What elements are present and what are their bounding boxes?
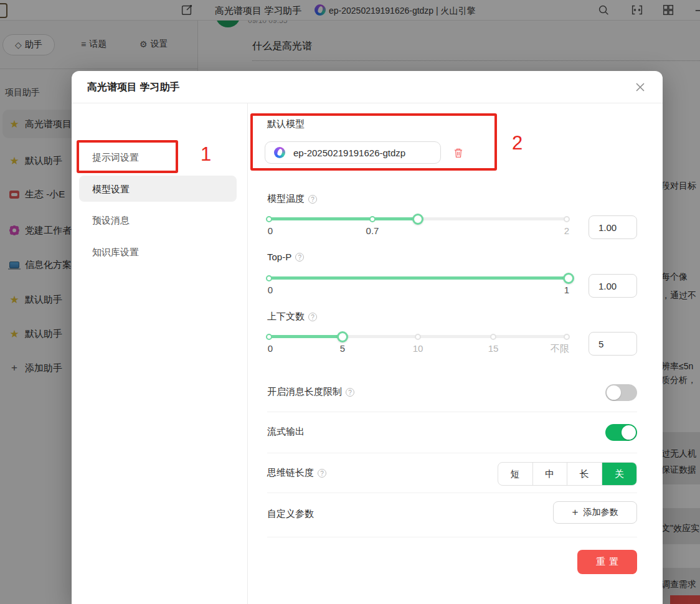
- context-count-slider[interactable]: 0 5 10 15 不限: [267, 335, 569, 338]
- annotation-box-2: [250, 113, 497, 171]
- temperature-input[interactable]: 1.00: [589, 215, 637, 239]
- annotation-label-2: 2: [512, 132, 523, 154]
- tab-model-settings[interactable]: 模型设置: [92, 184, 130, 196]
- annotation-box-1: [77, 140, 178, 173]
- divider: [267, 537, 637, 537]
- divider: [267, 412, 637, 412]
- dialog-title: 高光谱项目 学习助手: [87, 81, 179, 94]
- context-count-input[interactable]: 5: [589, 332, 637, 356]
- tab-knowledge-settings[interactable]: 知识库设置: [92, 247, 139, 258]
- slider-handle[interactable]: [412, 214, 423, 225]
- dialog-header: 高光谱项目 学习助手: [72, 71, 663, 103]
- top-p-slider[interactable]: 0 1: [267, 276, 569, 280]
- tab-preset-messages[interactable]: 预设消息: [92, 215, 130, 227]
- plus-icon: [572, 506, 579, 519]
- stream-output-label: 流式输出: [267, 426, 305, 438]
- top-p-label: Top-P: [267, 252, 304, 262]
- temperature-slider[interactable]: 0 0.7 2: [267, 217, 569, 220]
- annotation-label-1: 1: [201, 143, 211, 166]
- help-icon[interactable]: [295, 253, 304, 262]
- temperature-label: 模型温度: [267, 193, 317, 205]
- help-icon[interactable]: [318, 469, 326, 478]
- chain-length-label: 思维链长度: [267, 467, 326, 479]
- stream-output-toggle[interactable]: [605, 424, 637, 441]
- chain-option-long[interactable]: 长: [567, 463, 602, 485]
- help-icon[interactable]: [308, 313, 317, 321]
- slider-handle[interactable]: [563, 273, 574, 284]
- context-count-label: 上下文数: [267, 311, 317, 323]
- help-icon[interactable]: [346, 388, 354, 397]
- message-limit-toggle[interactable]: [605, 384, 637, 401]
- help-icon[interactable]: [308, 195, 317, 204]
- chain-length-segmented: 短 中 长 关: [498, 462, 637, 486]
- slider-handle[interactable]: [337, 331, 348, 342]
- chain-option-off[interactable]: 关: [602, 463, 637, 485]
- chain-option-short[interactable]: 短: [498, 463, 533, 485]
- close-icon[interactable]: [634, 81, 646, 93]
- reset-button[interactable]: 重置: [577, 550, 637, 574]
- divider: [267, 493, 637, 493]
- custom-params-label: 自定义参数: [267, 508, 314, 520]
- top-p-input[interactable]: 1.00: [589, 274, 637, 298]
- add-param-button[interactable]: 添加参数: [553, 501, 637, 524]
- dialog-tab-column: 提示词设置 模型设置 预设消息 知识库设置: [72, 103, 248, 604]
- chain-option-medium[interactable]: 中: [533, 463, 568, 485]
- divider: [267, 453, 637, 453]
- message-limit-label: 开启消息长度限制: [267, 386, 354, 398]
